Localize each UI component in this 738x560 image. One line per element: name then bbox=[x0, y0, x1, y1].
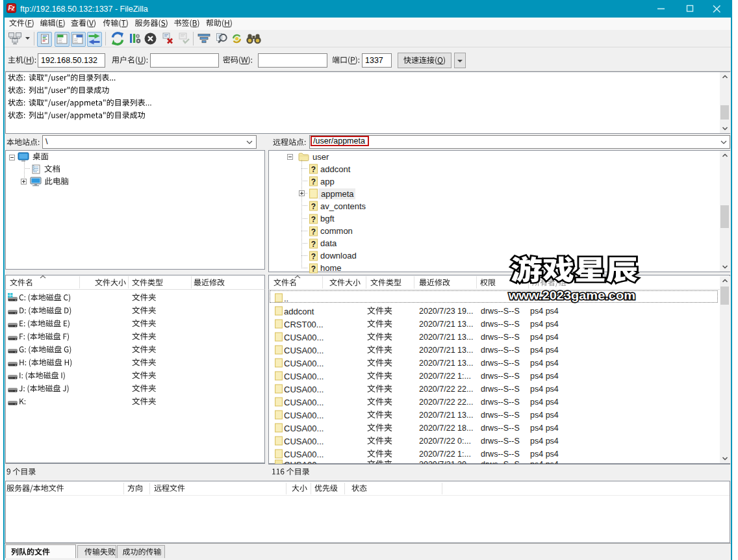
svg-text:?: ? bbox=[311, 214, 315, 223]
svg-text:?: ? bbox=[311, 177, 315, 186]
svg-text:?: ? bbox=[311, 202, 315, 211]
svg-text:?: ? bbox=[311, 227, 315, 236]
svg-text:?: ? bbox=[311, 251, 315, 261]
svg-text:?: ? bbox=[311, 239, 315, 248]
svg-text:?: ? bbox=[311, 165, 315, 174]
svg-text:?: ? bbox=[311, 264, 315, 273]
